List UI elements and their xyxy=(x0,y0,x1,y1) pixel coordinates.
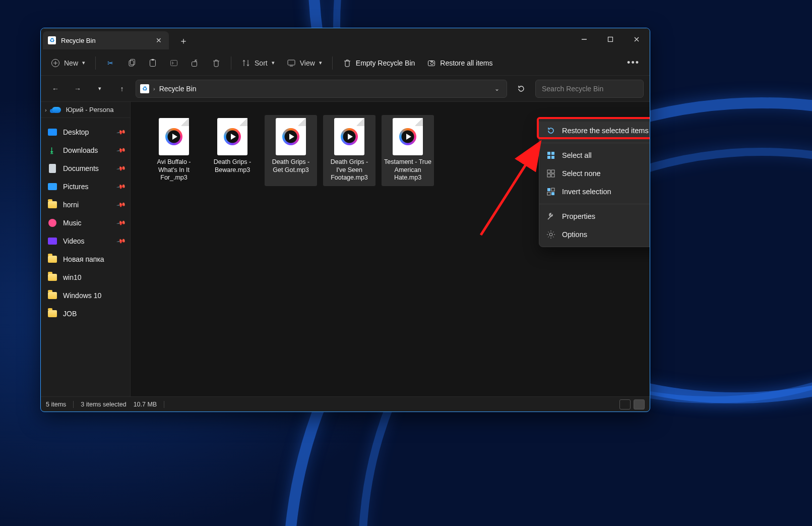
forward-button[interactable]: → xyxy=(69,80,86,97)
file-name: Avi Buffalo - What's In It For_.mp3 xyxy=(150,158,198,182)
sidebar-item[interactable]: win10 xyxy=(41,268,130,286)
file-item[interactable]: Death Grips - Get Got.mp3 xyxy=(265,115,317,186)
separator xyxy=(332,56,333,70)
share-button[interactable] xyxy=(185,54,205,72)
onedrive-node[interactable]: › Юрий - Persona xyxy=(41,102,130,118)
file-name: Death Grips - Beware.mp3 xyxy=(208,158,257,174)
up-button[interactable]: ↑ xyxy=(113,80,131,97)
sidebar-item[interactable]: Новая папка xyxy=(41,250,130,268)
view-icon xyxy=(287,59,296,68)
sidebar-item[interactable]: Windows 10 xyxy=(41,286,130,305)
status-size: 10.7 MB xyxy=(134,401,157,408)
gear-icon xyxy=(546,230,555,239)
chevron-down-icon: ▾ xyxy=(272,60,275,66)
sidebar-item[interactable]: Music📌 xyxy=(41,214,130,232)
details-view-button[interactable] xyxy=(619,399,631,410)
sidebar-item[interactable]: ⭳Downloads📌 xyxy=(41,141,130,159)
svg-rect-14 xyxy=(547,170,550,173)
file-name: Death Grips - Get Got.mp3 xyxy=(267,158,315,174)
sidebar-item[interactable]: horni📌 xyxy=(41,196,130,214)
sidebar-item-label: Windows 10 xyxy=(63,291,101,300)
ctx-restore-selected[interactable]: Restore the selected items xyxy=(539,122,650,140)
svg-rect-5 xyxy=(152,59,154,61)
onedrive-label: Юрий - Persona xyxy=(66,106,114,113)
search-input[interactable] xyxy=(541,84,638,93)
titlebar[interactable]: ♻ Recycle Bin ✕ ＋ xyxy=(41,28,650,50)
recycle-bin-icon: ♻ xyxy=(48,36,56,44)
ctx-label: Restore the selected items xyxy=(562,127,649,135)
overflow-menu[interactable]: Restore the selected items Select all Se… xyxy=(539,118,650,247)
close-tab-button[interactable]: ✕ xyxy=(156,36,162,44)
svg-rect-2 xyxy=(129,61,134,66)
sidebar-item[interactable]: Videos📌 xyxy=(41,232,130,250)
recycle-bin-icon: ♻ xyxy=(140,84,149,93)
sidebar-item[interactable]: Pictures📌 xyxy=(41,178,130,196)
ctx-select-all[interactable]: Select all xyxy=(539,146,650,164)
svg-rect-7 xyxy=(192,62,197,66)
address-bar[interactable]: ♻ › Recycle Bin ⌄ xyxy=(136,80,507,98)
restore-icon xyxy=(427,59,436,68)
share-icon xyxy=(191,59,200,68)
restore-all-items-button[interactable]: Restore all items xyxy=(422,54,497,72)
new-icon xyxy=(51,59,60,68)
sidebar-item[interactable]: Documents📌 xyxy=(41,159,130,178)
sidebar-item-label: horni xyxy=(63,201,79,209)
file-item[interactable]: Death Grips - I've Seen Footage.mp3 xyxy=(323,115,376,186)
copy-button[interactable] xyxy=(122,54,141,72)
trash-icon xyxy=(343,59,352,68)
pin-icon: 📌 xyxy=(116,218,126,228)
scissors-icon: ✂ xyxy=(106,59,115,68)
new-tab-button[interactable]: ＋ xyxy=(175,32,192,49)
close-window-button[interactable] xyxy=(623,28,650,50)
back-button[interactable]: ← xyxy=(47,80,64,97)
file-item[interactable]: Avi Buffalo - What's In It For_.mp3 xyxy=(148,115,200,186)
pin-icon: 📌 xyxy=(116,236,126,246)
empty-label: Empty Recycle Bin xyxy=(356,59,415,67)
trash-icon xyxy=(212,59,221,68)
audio-file-icon xyxy=(334,118,364,155)
svg-rect-17 xyxy=(551,174,554,177)
delete-button[interactable] xyxy=(207,54,226,72)
image-icon xyxy=(48,182,57,191)
file-name: Death Grips - I've Seen Footage.mp3 xyxy=(325,158,373,182)
sort-menu[interactable]: Sort ▾ xyxy=(236,54,280,72)
ctx-invert-selection[interactable]: Invert selection xyxy=(539,183,650,201)
file-item[interactable]: Death Grips - Beware.mp3 xyxy=(206,115,259,186)
view-label: View xyxy=(300,59,315,67)
sidebar-item[interactable]: JOB xyxy=(41,305,130,323)
cut-button[interactable]: ✂ xyxy=(101,54,120,72)
download-icon: ⭳ xyxy=(48,146,57,155)
chevron-down-icon[interactable]: ⌄ xyxy=(491,85,503,92)
pin-icon: 📌 xyxy=(116,127,126,137)
audio-file-icon xyxy=(217,118,247,155)
svg-rect-18 xyxy=(547,188,550,191)
ctx-select-none[interactable]: Select none xyxy=(539,164,650,183)
rename-button[interactable] xyxy=(164,54,183,72)
search-field[interactable] xyxy=(535,80,644,98)
icons-view-button[interactable] xyxy=(634,399,645,410)
separator xyxy=(539,143,650,143)
recent-locations-button[interactable]: ▾ xyxy=(91,80,108,97)
select-all-icon xyxy=(546,151,555,160)
file-item[interactable]: Testament - True American Hate.mp3 xyxy=(382,115,434,186)
tab-title: Recycle Bin xyxy=(61,37,96,44)
ctx-options[interactable]: Options xyxy=(539,225,650,244)
maximize-button[interactable] xyxy=(597,28,623,50)
tab-recycle-bin[interactable]: ♻ Recycle Bin ✕ xyxy=(43,31,169,49)
minimize-button[interactable] xyxy=(571,28,597,50)
folder-icon xyxy=(48,273,57,282)
new-menu[interactable]: New ▾ xyxy=(46,54,90,72)
refresh-button[interactable] xyxy=(512,80,530,98)
more-button[interactable]: ••• xyxy=(622,54,645,72)
sidebar[interactable]: Desktop📌⭳Downloads📌Documents📌Pictures📌ho… xyxy=(41,118,130,396)
empty-recycle-bin-button[interactable]: Empty Recycle Bin xyxy=(338,54,420,72)
sidebar-item-label: Music xyxy=(63,219,82,227)
play-icon xyxy=(341,128,358,145)
svg-rect-10 xyxy=(547,152,550,155)
paste-button[interactable] xyxy=(143,54,162,72)
address-crumb[interactable]: Recycle Bin xyxy=(159,85,197,93)
video-icon xyxy=(48,237,57,246)
sidebar-item[interactable]: Desktop📌 xyxy=(41,123,130,141)
view-menu[interactable]: View ▾ xyxy=(282,54,327,72)
ctx-properties[interactable]: Properties xyxy=(539,207,650,225)
